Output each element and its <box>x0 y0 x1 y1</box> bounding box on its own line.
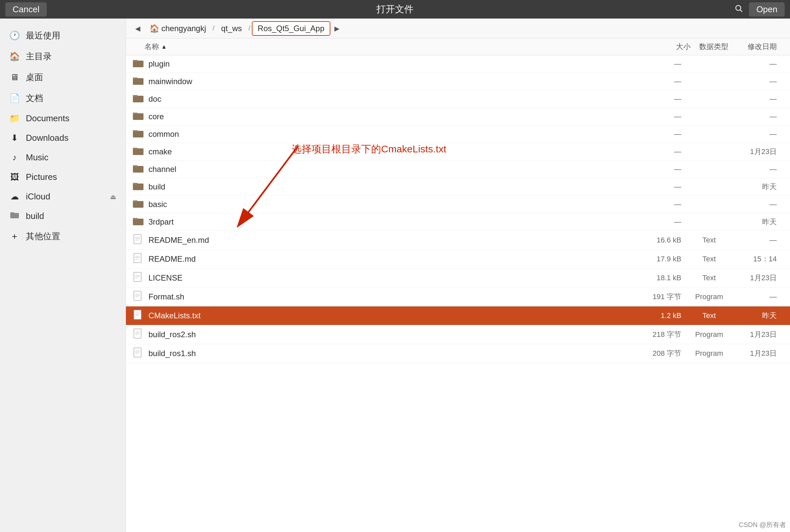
svg-point-0 <box>736 5 741 10</box>
sidebar-item-music[interactable]: ♪ Music <box>0 148 126 167</box>
file-row[interactable]: README_en.md16.6 kBText— <box>126 231 790 250</box>
file-icon <box>133 310 144 322</box>
file-size: — <box>635 147 681 156</box>
file-icon-svg <box>134 329 143 339</box>
file-icon <box>133 291 144 303</box>
folder-icon <box>133 76 144 86</box>
file-row[interactable]: LICENSE18.1 kBText1月23日 <box>126 269 790 287</box>
file-date: 昨天 <box>737 311 783 321</box>
file-size: 17.9 kB <box>635 255 681 263</box>
file-row[interactable]: README.md17.9 kBText15：14 <box>126 250 790 269</box>
file-date: — <box>737 112 783 121</box>
file-name: channel <box>148 165 630 174</box>
file-type: Program <box>686 292 732 301</box>
file-size: — <box>635 165 681 174</box>
breadcrumb-app-label: Ros_Qt5_Gui_App <box>258 24 324 33</box>
sidebar-item-documents[interactable]: 📁 Documents <box>0 109 126 128</box>
breadcrumb-qtws[interactable]: qt_ws <box>216 22 247 35</box>
file-icon-svg <box>134 253 143 264</box>
file-row[interactable]: common—— <box>126 126 790 143</box>
breadcrumb-home[interactable]: 🏠 chengyangkj <box>144 22 211 35</box>
sort-arrow-icon: ▲ <box>161 43 167 50</box>
file-row[interactable]: plugin—— <box>126 55 790 73</box>
sidebar-label-other: 其他位置 <box>26 231 116 242</box>
sidebar-item-recent[interactable]: 🕐 最近使用 <box>0 25 126 46</box>
file-row[interactable]: CMakeLists.txt1.2 kBText昨天 <box>126 306 790 325</box>
file-size: — <box>635 60 681 68</box>
file-row[interactable]: doc—— <box>126 91 790 108</box>
breadcrumb-next-button[interactable]: ▶ <box>332 23 342 34</box>
file-row[interactable]: channel—— <box>126 161 790 178</box>
file-icon <box>133 129 144 139</box>
folder-icon <box>133 182 144 191</box>
svg-rect-32 <box>134 272 141 282</box>
sidebar-label-home: 主目录 <box>26 51 116 62</box>
file-row[interactable]: build_ros2.sh218 字节Program1月23日 <box>126 325 790 344</box>
file-name: common <box>148 130 630 139</box>
svg-rect-17 <box>133 165 137 167</box>
header-size[interactable]: 大小 <box>644 42 691 52</box>
sidebar-item-downloads[interactable]: ⬇ Downloads <box>0 128 126 148</box>
file-date: — <box>737 60 783 68</box>
sidebar-item-icloud[interactable]: ☁ iCloud ⏏ <box>0 187 126 206</box>
search-button[interactable] <box>732 2 745 17</box>
titlebar: Cancel 打开文件 Open <box>0 0 790 19</box>
svg-rect-44 <box>134 329 141 338</box>
folder-icon <box>133 217 144 226</box>
sidebar-item-pictures[interactable]: 🖼 Pictures <box>0 167 126 187</box>
breadcrumb-sep-2: / <box>248 24 250 32</box>
svg-rect-2 <box>10 213 19 218</box>
file-date: 昨天 <box>737 182 783 192</box>
folder-icon <box>133 147 144 156</box>
file-row[interactable]: build_ros1.sh208 字节Program1月23日 <box>126 344 790 363</box>
file-name: Format.sh <box>148 292 630 301</box>
breadcrumb-bar: ◀ 🏠 chengyangkj / qt_ws / Ros_Qt5_Gui_Ap… <box>126 19 790 38</box>
svg-rect-5 <box>133 60 137 62</box>
file-row[interactable]: build—昨天 <box>126 178 790 196</box>
file-row[interactable]: core—— <box>126 108 790 126</box>
header-name[interactable]: 名称 ▲ <box>145 42 644 52</box>
file-row[interactable]: cmake—1月23日 <box>126 143 790 161</box>
documents-icon: 📁 <box>9 113 20 124</box>
file-row[interactable]: mainwindow—— <box>126 73 790 91</box>
file-icon-svg <box>134 347 143 358</box>
folder-icon <box>133 59 144 68</box>
build-icon <box>9 211 20 221</box>
file-list-header: 名称 ▲ 大小 数据类型 修改日期 <box>126 38 790 55</box>
file-name: doc <box>148 94 630 104</box>
sidebar-item-other[interactable]: + 其他位置 <box>0 226 126 247</box>
file-date: 1月23日 <box>737 147 783 157</box>
file-date: — <box>737 292 783 301</box>
cancel-button[interactable]: Cancel <box>5 2 47 17</box>
file-name: core <box>148 112 630 121</box>
sidebar-item-docs[interactable]: 📄 文档 <box>0 88 126 109</box>
file-date: — <box>737 77 783 86</box>
sidebar: 🕐 最近使用 🏠 主目录 🖥 桌面 📄 文档 📁 Documents ⬇ Dow… <box>0 19 126 532</box>
sidebar-item-desktop[interactable]: 🖥 桌面 <box>0 67 126 88</box>
breadcrumb-home-label: chengyangkj <box>162 24 206 33</box>
file-type: Program <box>686 349 732 358</box>
file-name: mainwindow <box>148 77 630 86</box>
open-button[interactable]: Open <box>749 2 785 17</box>
svg-rect-7 <box>133 77 137 79</box>
file-row[interactable]: Format.sh191 字节Program— <box>126 287 790 306</box>
breadcrumb-qtws-label: qt_ws <box>221 24 242 33</box>
downloads-icon: ⬇ <box>9 133 20 143</box>
header-type[interactable]: 数据类型 <box>691 42 737 52</box>
header-date[interactable]: 修改日期 <box>737 42 783 52</box>
folder-icon <box>133 129 144 138</box>
sidebar-item-build[interactable]: build <box>0 206 126 226</box>
breadcrumb-back-button[interactable]: ◀ <box>133 23 143 34</box>
titlebar-right: Open <box>732 2 785 17</box>
file-row[interactable]: basic—— <box>126 196 790 213</box>
file-row[interactable]: 3rdpart—昨天 <box>126 213 790 231</box>
file-type: Text <box>686 236 732 245</box>
file-icon <box>133 199 144 210</box>
icloud-icon: ☁ <box>9 191 20 202</box>
file-name: plugin <box>148 59 630 69</box>
sidebar-label-docs: 文档 <box>26 92 116 104</box>
breadcrumb-app[interactable]: Ros_Qt5_Gui_App <box>252 21 331 36</box>
sidebar-item-home[interactable]: 🏠 主目录 <box>0 46 126 67</box>
add-icon: + <box>9 231 20 242</box>
svg-rect-28 <box>134 253 141 263</box>
